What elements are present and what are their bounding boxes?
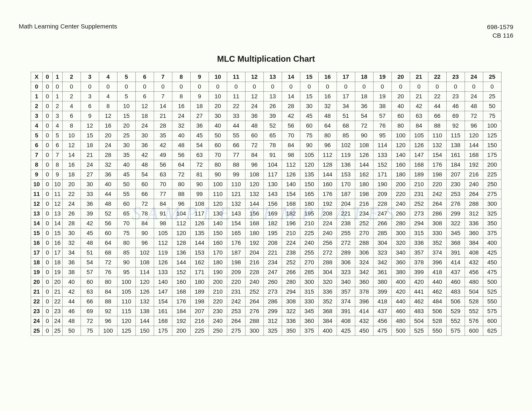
cell: 308 [282, 297, 300, 306]
cell: 100 [391, 131, 410, 141]
row-header: 2 [31, 101, 42, 111]
cell: 25 [117, 131, 135, 141]
cell: 23 [52, 306, 62, 316]
cell: 56 [99, 219, 117, 228]
cell: 198 [428, 170, 446, 180]
cell: 0 [282, 82, 300, 92]
cell: 336 [410, 238, 428, 248]
cell: 11 [52, 189, 62, 199]
cell: 96 [99, 316, 117, 326]
cell: 242 [428, 189, 446, 199]
col-header: 13 [264, 72, 282, 82]
cell: 117 [264, 170, 282, 180]
cell: 75 [483, 111, 501, 121]
cell: 144 [190, 238, 209, 248]
cell: 14 [52, 219, 62, 228]
cell: 462 [428, 287, 446, 297]
cell: 105 [410, 131, 428, 141]
cell: 72 [135, 199, 154, 209]
cell: 96 [465, 121, 483, 131]
cell: 48 [135, 160, 154, 170]
cell: 72 [172, 170, 190, 180]
cell: 120 [209, 199, 227, 209]
cell: 96 [172, 199, 190, 209]
cell: 5 [117, 92, 135, 101]
cell: 36 [135, 141, 154, 150]
cell: 209 [227, 268, 245, 277]
cell: 182 [264, 219, 282, 228]
cell: 0 [42, 209, 52, 219]
row-header: 5 [31, 131, 42, 141]
cell: 360 [300, 316, 318, 326]
cell: 84 [410, 121, 428, 131]
cell: 275 [227, 326, 245, 336]
cell: 160 [318, 180, 337, 189]
header-code: CB 116 [487, 31, 513, 40]
cell: 54 [190, 141, 209, 150]
cell: 192 [172, 316, 190, 326]
cell: 322 [446, 219, 465, 228]
cell: 525 [410, 326, 428, 336]
cell: 208 [264, 238, 282, 248]
cell: 12 [62, 141, 81, 150]
cell: 342 [373, 258, 391, 268]
cell: 4 [62, 101, 81, 111]
cell: 483 [410, 306, 428, 316]
cell: 50 [117, 180, 135, 189]
cell: 40 [62, 277, 81, 287]
cell: 128 [172, 238, 190, 248]
cell: 30 [209, 111, 227, 121]
cell: 0 [81, 82, 99, 92]
cell: 2 [62, 92, 81, 101]
cell: 441 [410, 287, 428, 297]
cell: 40 [209, 121, 227, 131]
cell: 210 [282, 228, 300, 238]
cell: 5 [52, 131, 62, 141]
header-phone: 698-1579 [487, 23, 513, 31]
cell: 161 [446, 150, 465, 160]
cell: 0 [42, 306, 52, 316]
cell: 135 [190, 228, 209, 238]
cell: 308 [428, 219, 446, 228]
cell: 50 [483, 101, 501, 111]
row-header: 20 [31, 277, 42, 287]
cell: 483 [446, 287, 465, 297]
cell: 168 [172, 287, 190, 297]
cell: 529 [446, 306, 465, 316]
cell: 50 [209, 131, 227, 141]
cell: 132 [245, 189, 264, 199]
cell: 80 [117, 238, 135, 248]
cell: 325 [264, 326, 282, 336]
cell: 0 [154, 82, 172, 92]
cell: 63 [190, 150, 209, 160]
cell: 32 [99, 160, 117, 170]
cell: 56 [282, 121, 300, 131]
cell: 0 [355, 82, 373, 92]
cell: 8 [52, 160, 62, 170]
cell: 506 [428, 306, 446, 316]
cell: 48 [465, 101, 483, 111]
cell: 0 [42, 316, 52, 326]
cell: 500 [391, 326, 410, 336]
cell: 7 [154, 92, 172, 101]
cell: 0 [42, 150, 52, 160]
cell: 28 [99, 150, 117, 160]
cell: 72 [81, 316, 99, 326]
cell: 289 [337, 248, 355, 258]
multiplication-table: X012345678910111213141516171819202122232… [31, 72, 502, 336]
cell: 138 [135, 306, 154, 316]
col-header: 6 [135, 72, 154, 82]
col-header: 5 [117, 72, 135, 82]
cell: 378 [410, 258, 428, 268]
cell: 460 [391, 306, 410, 316]
cell: 225 [190, 326, 209, 336]
cell: 504 [465, 287, 483, 297]
cell: 216 [245, 258, 264, 268]
cell: 0 [245, 82, 264, 92]
cell: 120 [135, 277, 154, 287]
cell: 247 [373, 209, 391, 219]
row-header: 12 [31, 199, 42, 209]
cell: 368 [446, 238, 465, 248]
table-row: 2024681012141618202224262830323436384042… [31, 101, 501, 111]
cell: 96 [245, 160, 264, 170]
